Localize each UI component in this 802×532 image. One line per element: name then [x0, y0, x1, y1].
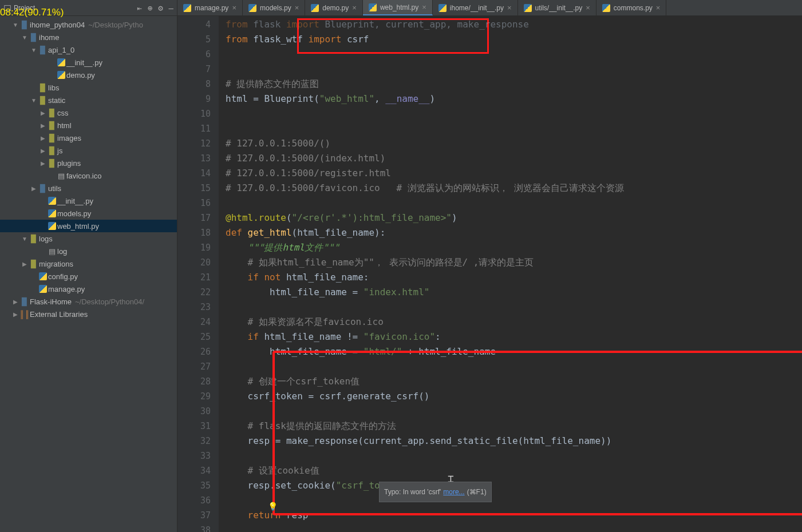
code-line-5[interactable]: from flask_wtf import csrf	[226, 32, 802, 47]
code-line-9[interactable]: html = Blueprint("web_html", __name__)	[226, 92, 802, 106]
tab-commons-py[interactable]: commons.py×	[596, 0, 667, 15]
code-line-16[interactable]	[226, 196, 802, 211]
tree-item-images[interactable]: ▶▉images	[0, 132, 177, 144]
close-icon[interactable]: ×	[507, 3, 512, 12]
tree-item-api-1-0[interactable]: ▼▉api_1_0	[0, 43, 177, 56]
code-line-30[interactable]	[226, 404, 802, 419]
tree-item-external-libraries[interactable]: ▶║║External Libraries	[0, 308, 177, 320]
code-line-8[interactable]: # 提供静态文件的蓝图	[226, 77, 802, 92]
close-icon[interactable]: ×	[295, 3, 299, 12]
tree-item-manage-py[interactable]: manage.py	[0, 283, 177, 295]
code-line-26[interactable]: html_file_name = "html/" + html_file_nam…	[226, 344, 802, 359]
tree-arrow-icon[interactable]: ▶	[21, 261, 29, 267]
gear-icon[interactable]: ⚙	[158, 3, 163, 13]
code-area[interactable]: 💡 ⌶ Typo: In word 'csrf' more... (⌘F1) f…	[219, 16, 802, 532]
code-line-24[interactable]: # 如果资源名不是favicon.ico	[226, 315, 802, 329]
code-line-38[interactable]	[226, 523, 802, 532]
tree-arrow-icon[interactable]: ▼	[30, 47, 38, 53]
tree-arrow-icon[interactable]: ▶	[39, 160, 47, 166]
tooltip-more-link[interactable]: more...	[443, 485, 464, 499]
close-icon[interactable]: ×	[656, 3, 661, 12]
tree-item-libs[interactable]: ▉libs	[0, 81, 177, 94]
tree-item-config-py[interactable]: config.py	[0, 270, 177, 283]
intention-bulb-icon[interactable]: 💡	[268, 499, 278, 514]
tab-manage-py[interactable]: manage.py×	[177, 0, 243, 15]
tree-item---init---py[interactable]: __init__.py	[0, 56, 177, 69]
code-line-19[interactable]: """提供html文件"""	[226, 240, 802, 255]
code-line-15[interactable]: # 127.0.0.1:5000/favicon.ico # 浏览器认为的网站标…	[226, 181, 802, 196]
folder-blue-icon: ▉	[38, 46, 48, 54]
python-file-icon	[438, 4, 447, 12]
close-icon[interactable]: ×	[586, 3, 590, 12]
tree-item---init---py[interactable]: __init__.py	[0, 194, 177, 207]
tree-arrow-icon[interactable]: ▼	[11, 22, 19, 28]
tree-arrow-icon[interactable]: ▶	[11, 299, 19, 305]
tab-ihome---init---py[interactable]: ihome/__init__.py×	[433, 0, 518, 15]
hide-icon[interactable]: —	[169, 3, 173, 13]
tab-utils---init---py[interactable]: utils/__init__.py×	[518, 0, 596, 15]
tree-item-web-html-py[interactable]: web_html.py	[0, 220, 177, 232]
code-line-21[interactable]: if not html_file_name:	[226, 270, 802, 285]
code-line-18[interactable]: def get_html(html_file_name):	[226, 225, 802, 240]
tree-item-migrations[interactable]: ▶▉migrations	[0, 257, 177, 270]
tree-item-utils[interactable]: ▶▉utils	[0, 182, 177, 194]
tree-item-static[interactable]: ▼▉static	[0, 94, 177, 106]
code-line-4[interactable]: from flask import Blueprint, current_app…	[226, 17, 802, 32]
code-line-22[interactable]: html_file_name = "index.html"	[226, 285, 802, 300]
code-line-33[interactable]	[226, 448, 802, 463]
python-file-icon	[183, 4, 191, 12]
code-line-12[interactable]: # 127.0.0.1:5000/()	[226, 136, 802, 151]
code-line-36[interactable]	[226, 493, 802, 508]
code-line-23[interactable]	[226, 300, 802, 315]
code-line-14[interactable]: # 127.0.0.1:5000/register.html	[226, 166, 802, 181]
code-line-34[interactable]: # 设置cookie值	[226, 463, 802, 478]
tree-item-ihome-python04[interactable]: ▼▉ihome_python04~/Desktop/Pytho	[0, 18, 177, 31]
code-editor[interactable]: 4567891011121314151617181920212223242526…	[177, 16, 802, 532]
tree-item-logs[interactable]: ▼▉logs	[0, 232, 177, 245]
code-line-17[interactable]: @html.route("/<re(r'.*'):html_file_name>…	[226, 211, 802, 225]
tree-arrow-icon[interactable]: ▶	[30, 185, 38, 192]
close-icon[interactable]: ×	[422, 3, 426, 11]
close-icon[interactable]: ×	[352, 3, 357, 12]
code-line-37[interactable]: return resp	[226, 508, 802, 523]
tab-demo-py[interactable]: demo.py×	[305, 0, 363, 15]
tree-item-demo-py[interactable]: demo.py	[0, 69, 177, 81]
tree-item-favicon-ico[interactable]: ▤favicon.ico	[0, 169, 177, 182]
code-line-25[interactable]: if html_file_name != "favicon.ico":	[226, 329, 802, 344]
code-line-29[interactable]: csrf_token = csrf.generate_csrf()	[226, 389, 802, 404]
code-line-35[interactable]: resp.set_cookie("csrf_token", csrf_token…	[226, 478, 802, 493]
code-line-20[interactable]: # 如果html_file_name为""， 表示访问的路径是/ ,请求的是主页	[226, 255, 802, 270]
tree-item-js[interactable]: ▶▉js	[0, 144, 177, 157]
tree-arrow-icon[interactable]: ▶	[39, 110, 47, 116]
project-tree[interactable]: ▼▉ihome_python04~/Desktop/Pytho▼▉ihome▼▉…	[0, 16, 177, 532]
tree-item-css[interactable]: ▶▉css	[0, 106, 177, 119]
tree-item-models-py[interactable]: models.py	[0, 207, 177, 220]
tree-arrow-icon[interactable]: ▼	[30, 97, 38, 104]
code-line-10[interactable]	[226, 106, 802, 121]
code-line-6[interactable]	[226, 47, 802, 62]
collapse-icon[interactable]: ⇤	[137, 3, 141, 13]
tree-arrow-icon[interactable]: ▶	[39, 122, 47, 129]
code-line-31[interactable]: # flask提供的返回静态文件的方法	[226, 419, 802, 434]
tree-item-html[interactable]: ▶▉html	[0, 119, 177, 132]
code-line-32[interactable]: resp = make_response(current_app.send_st…	[226, 434, 802, 448]
tab-models-py[interactable]: models.py×	[243, 0, 305, 15]
tab-web-html-py[interactable]: web_html.py×	[363, 0, 433, 15]
tree-item-log[interactable]: ▤log	[0, 245, 177, 257]
code-line-28[interactable]: # 创建一个csrf_token值	[226, 374, 802, 389]
line-number: 34	[177, 463, 211, 478]
close-icon[interactable]: ×	[232, 3, 236, 12]
tree-arrow-icon[interactable]: ▶	[39, 135, 47, 141]
tree-item-plugins[interactable]: ▶▉plugins	[0, 157, 177, 169]
tree-item-flask-ihome[interactable]: ▶▉Flask-iHome~/Desktop/Python04/	[0, 295, 177, 308]
code-line-7[interactable]	[226, 62, 802, 77]
tree-arrow-icon[interactable]: ▶	[11, 311, 19, 317]
code-line-13[interactable]: # 127.0.0.1:5000/(index.html)	[226, 151, 802, 166]
tree-item-ihome[interactable]: ▼▉ihome	[0, 31, 177, 43]
tree-arrow-icon[interactable]: ▼	[21, 236, 29, 242]
tree-arrow-icon[interactable]: ▼	[21, 34, 29, 41]
code-line-27[interactable]	[226, 359, 802, 374]
code-line-11[interactable]	[226, 121, 802, 136]
tree-arrow-icon[interactable]: ▶	[39, 148, 47, 154]
target-icon[interactable]: ⊕	[148, 3, 152, 13]
